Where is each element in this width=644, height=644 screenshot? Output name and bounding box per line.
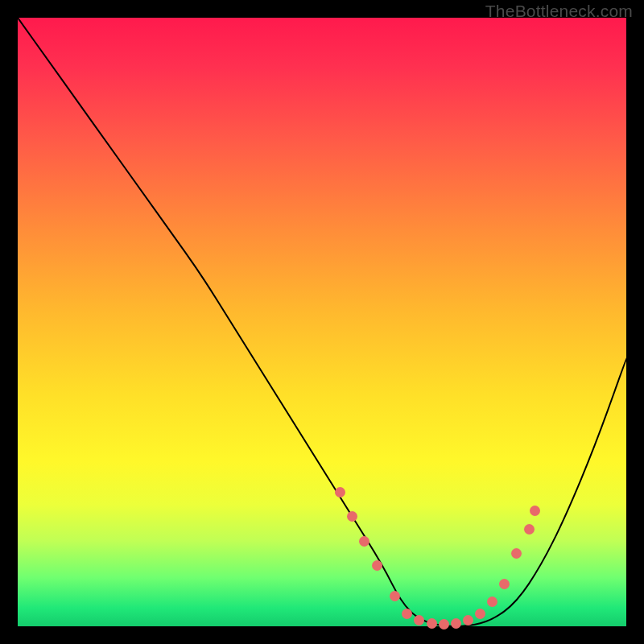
data-dot: [463, 615, 473, 625]
data-dot: [372, 560, 382, 571]
data-dot: [390, 591, 400, 601]
data-dot: [402, 609, 412, 619]
dots-layer: [18, 18, 626, 626]
data-dot: [487, 597, 497, 607]
data-dot: [524, 524, 535, 535]
data-dot: [499, 579, 510, 589]
data-dot: [335, 487, 345, 497]
data-dot: [530, 506, 540, 516]
data-dot: [511, 548, 522, 559]
data-dot: [451, 618, 461, 629]
data-dot: [414, 615, 424, 625]
chart-frame: [18, 18, 626, 626]
data-dot: [347, 511, 357, 522]
data-dot: [475, 609, 485, 619]
data-dot: [427, 618, 437, 629]
data-dot: [439, 619, 449, 630]
watermark-text: TheBottleneck.com: [485, 2, 633, 21]
data-dot: [359, 536, 369, 547]
